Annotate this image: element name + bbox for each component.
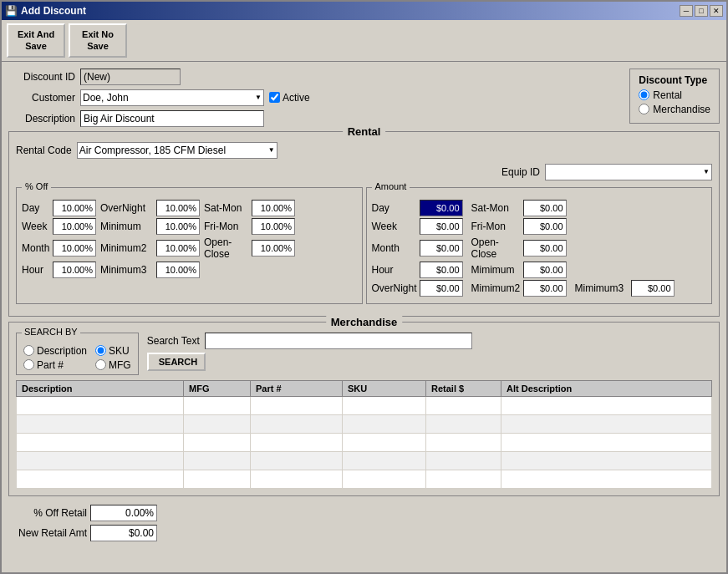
equip-id-label: Equip ID bbox=[501, 166, 540, 178]
pct-minimum-input[interactable] bbox=[156, 218, 200, 235]
pct-week-input[interactable] bbox=[53, 218, 96, 235]
table-row[interactable] bbox=[17, 470, 712, 488]
discount-type-group: Discount Type Rental Merchandise bbox=[613, 69, 720, 131]
amt-month-input[interactable] bbox=[420, 240, 463, 257]
amt-minimum-input[interactable] bbox=[523, 262, 567, 278]
pct-openclose-input[interactable] bbox=[252, 240, 295, 257]
close-button[interactable]: ✕ bbox=[710, 5, 723, 17]
pct-overnight-input[interactable] bbox=[156, 200, 200, 216]
mfg-radio-row: MFG bbox=[95, 359, 131, 371]
amt-overnight-input[interactable] bbox=[420, 280, 463, 297]
mfg-radio[interactable] bbox=[95, 359, 106, 370]
new-retail-amt-input[interactable] bbox=[90, 525, 157, 541]
sku-radio[interactable] bbox=[95, 345, 106, 356]
equip-id-select[interactable] bbox=[545, 164, 712, 180]
active-checkbox-label[interactable]: Active bbox=[269, 92, 310, 104]
description-row: Description bbox=[8, 110, 604, 127]
toolbar: Exit AndSave Exit NoSave bbox=[2, 20, 726, 62]
pct-minimum2-input[interactable] bbox=[156, 240, 200, 257]
table-body bbox=[17, 396, 712, 488]
pct-minimum2-label: Minimum2 bbox=[100, 242, 155, 254]
rental-section-title: Rental bbox=[343, 125, 386, 138]
pct-minimum3-input[interactable] bbox=[156, 262, 200, 278]
off-amount-panels: % Off Day OverNight Sat-Mon bbox=[16, 187, 712, 304]
table-row[interactable] bbox=[17, 451, 712, 470]
main-window: 💾 Add Discount ─ □ ✕ Exit AndSave Exit N… bbox=[0, 0, 728, 574]
pct-minimum3-label: Minimum3 bbox=[100, 264, 155, 276]
table-row[interactable] bbox=[17, 433, 712, 451]
amt-week-input[interactable] bbox=[420, 218, 463, 235]
amt-hour-label: Hour bbox=[372, 264, 418, 276]
pct-row-3: Month Minimum2 Open-Close bbox=[22, 236, 357, 260]
rental-code-dropdown[interactable]: Air Compressor, 185 CFM Diesel bbox=[77, 142, 277, 159]
exit-no-save-button[interactable]: Exit NoSave bbox=[69, 23, 127, 58]
amt-day-input[interactable] bbox=[420, 200, 463, 216]
merchandise-radio-row: Merchandise bbox=[639, 104, 710, 115]
pct-month-label: Month bbox=[22, 242, 51, 254]
table-row[interactable] bbox=[17, 396, 712, 414]
table-row[interactable] bbox=[17, 414, 712, 433]
amt-minimum3-input[interactable] bbox=[631, 280, 675, 297]
new-retail-amt-row: New Retail Amt bbox=[12, 525, 716, 541]
customer-select[interactable]: Doe, John bbox=[80, 89, 264, 106]
rental-inner: Rental Code Air Compressor, 185 CFM Dies… bbox=[16, 142, 712, 180]
new-retail-amt-label: New Retail Amt bbox=[12, 527, 87, 539]
title-bar-controls: ─ □ ✕ bbox=[680, 5, 723, 17]
part-radio[interactable] bbox=[23, 359, 34, 370]
minimize-button[interactable]: ─ bbox=[680, 5, 693, 17]
search-by-col2: SKU MFG bbox=[95, 345, 131, 371]
merchandise-radio[interactable] bbox=[639, 104, 649, 114]
amt-minimum-label: Mimimum bbox=[471, 264, 522, 276]
discount-id-row: Discount ID bbox=[8, 69, 604, 85]
search-by-radios: Description Part # SKU bbox=[23, 342, 131, 371]
merchandise-radio-label: Merchandise bbox=[653, 104, 710, 115]
amt-frimon-input[interactable] bbox=[523, 218, 567, 235]
amount-box: Amount Day Sat-Mon Week bbox=[366, 187, 713, 304]
pct-month-input[interactable] bbox=[53, 240, 96, 257]
pct-hour-input[interactable] bbox=[53, 262, 96, 278]
pct-day-input[interactable] bbox=[53, 200, 96, 216]
search-text-input[interactable] bbox=[205, 333, 472, 349]
search-by-group: SEARCH BY Description Part # bbox=[16, 333, 139, 375]
top-left-fields: Discount ID Customer Doe, John Active bbox=[8, 69, 604, 131]
amt-row-4: Hour Mimimum bbox=[372, 262, 707, 278]
amt-hour-input[interactable] bbox=[420, 262, 463, 278]
search-row: SEARCH BY Description Part # bbox=[16, 333, 712, 375]
exit-save-button[interactable]: Exit AndSave bbox=[7, 23, 65, 58]
pct-openclose-label: Open-Close bbox=[204, 236, 250, 260]
description-radio-label: Description bbox=[37, 345, 87, 357]
pct-row-4: Hour Minimum3 bbox=[22, 262, 357, 280]
pct-frimon-label: Fri-Mon bbox=[204, 221, 250, 232]
search-by-col1: Description Part # bbox=[23, 345, 87, 371]
amt-satmon-input[interactable] bbox=[523, 200, 567, 216]
col-sku: SKU bbox=[343, 380, 426, 396]
percent-off-retail-input[interactable] bbox=[90, 505, 157, 521]
percent-off-retail-label: % Off Retail bbox=[12, 507, 87, 519]
sku-radio-row: SKU bbox=[95, 345, 131, 357]
amt-minimum2-input[interactable] bbox=[523, 280, 567, 297]
active-checkbox[interactable] bbox=[269, 92, 280, 103]
description-radio[interactable] bbox=[23, 345, 34, 356]
discount-type-title: Discount Type bbox=[639, 74, 710, 86]
search-button[interactable]: SEARCH bbox=[147, 353, 206, 371]
rental-radio[interactable] bbox=[639, 89, 649, 100]
description-label: Description bbox=[8, 113, 75, 124]
pct-satmon-input[interactable] bbox=[252, 200, 295, 216]
col-mfg: MFG bbox=[184, 380, 251, 396]
customer-dropdown[interactable]: Doe, John bbox=[80, 89, 264, 106]
maximize-button[interactable]: □ bbox=[695, 5, 708, 17]
amt-month-label: Month bbox=[372, 242, 418, 254]
equip-id-dropdown[interactable] bbox=[545, 164, 712, 180]
part-radio-row: Part # bbox=[23, 359, 87, 371]
col-alt-description: Alt Description bbox=[501, 380, 712, 396]
discount-type-box: Discount Type Rental Merchandise bbox=[629, 69, 720, 124]
bottom-fields: % Off Retail New Retail Amt bbox=[8, 501, 720, 545]
part-radio-label: Part # bbox=[37, 359, 64, 371]
discount-id-input[interactable] bbox=[80, 69, 181, 85]
customer-row: Customer Doe, John Active bbox=[8, 89, 604, 106]
amt-week-label: Week bbox=[372, 221, 418, 232]
rental-code-select[interactable]: Air Compressor, 185 CFM Diesel bbox=[77, 142, 277, 159]
amt-openclose-input[interactable] bbox=[523, 240, 567, 257]
description-input[interactable] bbox=[80, 110, 264, 127]
pct-frimon-input[interactable] bbox=[252, 218, 295, 235]
